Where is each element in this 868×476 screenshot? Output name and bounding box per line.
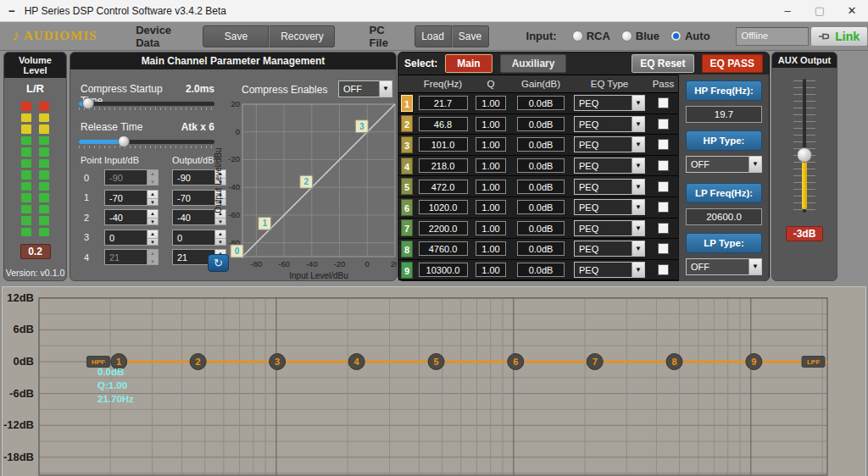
hp-freq-field[interactable]: 19.7 (686, 106, 762, 123)
band-number-badge[interactable]: 1 (401, 95, 413, 112)
release-time-slider[interactable] (79, 136, 214, 149)
pass-checkbox[interactable] (658, 223, 669, 234)
pc-save-button[interactable]: Save (452, 25, 489, 47)
spin-down-icon[interactable]: ▼ (147, 199, 158, 207)
pc-load-button[interactable]: Load (415, 25, 452, 47)
input-spinner[interactable]: 0▲▼ (104, 230, 159, 246)
band-marker-5[interactable]: 5 (428, 354, 444, 370)
spinner-buttons[interactable]: ▲▼ (147, 210, 158, 224)
gain-input[interactable]: 0.0dB (517, 117, 565, 131)
gain-input[interactable]: 0.0dB (517, 200, 565, 214)
freq-input[interactable]: 21.7 (419, 96, 468, 110)
curve-point-marker-0[interactable]: 0 (231, 245, 244, 258)
lp-type-dropdown[interactable]: OFF ▼ (686, 258, 762, 275)
chevron-down-icon[interactable]: ▼ (632, 96, 644, 110)
link-button[interactable]: Link (810, 26, 868, 47)
lp-freq-field[interactable]: 20600.0 (686, 208, 762, 225)
gain-input[interactable]: 0.0dB (517, 180, 565, 194)
spin-up-icon[interactable]: ▲ (147, 230, 158, 239)
connection-status-field[interactable]: Offline (736, 27, 810, 46)
eq-type-dropdown[interactable]: PEQ▼ (574, 116, 645, 132)
gain-input[interactable]: 0.0dB (517, 158, 565, 173)
eq-type-dropdown[interactable]: PEQ▼ (574, 199, 645, 215)
q-input[interactable]: 1.00 (476, 96, 506, 110)
eq-type-dropdown[interactable]: PEQ▼ (574, 220, 645, 236)
eq-type-dropdown[interactable]: PEQ▼ (574, 262, 645, 278)
maximize-button[interactable]: ▢ (804, 0, 836, 22)
fader-handle[interactable] (797, 147, 812, 163)
band-number-badge[interactable]: 9 (401, 262, 413, 279)
chevron-down-icon[interactable]: ▼ (632, 200, 644, 214)
chevron-down-icon[interactable]: ▼ (748, 157, 761, 172)
pass-checkbox[interactable] (658, 264, 669, 275)
gain-input[interactable]: 0.0dB (517, 137, 565, 152)
freq-input[interactable]: 218.0 (419, 158, 468, 173)
band-number-badge[interactable]: 3 (401, 136, 413, 153)
hp-type-button[interactable]: HP Type: (686, 130, 762, 151)
lp-type-button[interactable]: LP Type: (686, 233, 762, 253)
band-number-badge[interactable]: 7 (401, 219, 413, 236)
radio-rca[interactable] (572, 30, 583, 42)
chevron-down-icon[interactable]: ▼ (632, 241, 644, 256)
spinner-buttons[interactable]: ▲▼ (147, 191, 158, 205)
chevron-down-icon[interactable]: ▼ (632, 117, 644, 131)
freq-input[interactable]: 4760.0 (419, 241, 468, 256)
q-input[interactable]: 1.00 (476, 137, 506, 152)
radio-blue[interactable] (621, 30, 632, 42)
chevron-down-icon[interactable]: ▼ (632, 137, 644, 152)
q-input[interactable]: 1.00 (476, 241, 506, 256)
lpf-marker[interactable]: LPF (802, 357, 825, 368)
radio-auto[interactable] (670, 30, 682, 42)
band-marker-7[interactable]: 7 (587, 354, 603, 370)
curve-point-marker-3[interactable]: 3 (355, 120, 369, 134)
lp-freq-button[interactable]: LP Freq(Hz): (686, 183, 762, 203)
eq-pass-button[interactable]: EQ PASS (702, 54, 763, 73)
channel-auxiliary-button[interactable]: Auxiliary (500, 54, 567, 73)
freq-input[interactable]: 10300.0 (419, 263, 468, 277)
chevron-down-icon[interactable]: ▼ (632, 263, 644, 277)
input-spinner[interactable]: -40▲▼ (104, 209, 159, 225)
gain-input[interactable]: 0.0dB (517, 96, 565, 110)
freq-input[interactable]: 1020.0 (419, 200, 468, 214)
q-input[interactable]: 1.00 (476, 200, 506, 214)
band-marker-3[interactable]: 3 (270, 354, 286, 370)
band-number-badge[interactable]: 5 (401, 178, 413, 195)
slider-handle[interactable] (82, 97, 94, 109)
compress-enables-dropdown[interactable]: OFF ▼ (338, 80, 392, 97)
eq-type-dropdown[interactable]: PEQ▼ (574, 241, 645, 257)
device-recovery-button[interactable]: Recovery (269, 25, 335, 47)
band-marker-6[interactable]: 6 (508, 354, 524, 370)
chevron-down-icon[interactable]: ▼ (632, 180, 644, 194)
band-marker-2[interactable]: 2 (190, 354, 206, 370)
input-spinner[interactable]: -70▲▼ (104, 190, 159, 206)
freq-input[interactable]: 46.8 (419, 117, 468, 131)
curve-point-marker-2[interactable]: 2 (300, 175, 314, 189)
chevron-down-icon[interactable]: ▼ (632, 221, 644, 235)
q-input[interactable]: 1.00 (476, 158, 506, 173)
chevron-down-icon[interactable]: ▼ (379, 81, 392, 97)
eq-type-dropdown[interactable]: PEQ▼ (574, 158, 645, 174)
q-input[interactable]: 1.00 (476, 180, 506, 194)
spin-up-icon[interactable]: ▲ (147, 191, 158, 199)
band-number-badge[interactable]: 4 (401, 158, 413, 174)
channel-main-button[interactable]: Main (445, 54, 492, 73)
band-marker-8[interactable]: 8 (666, 354, 682, 370)
band-number-badge[interactable]: 2 (401, 115, 413, 132)
freq-input[interactable]: 101.0 (419, 137, 468, 152)
pass-checkbox[interactable] (658, 243, 669, 254)
pass-checkbox[interactable] (658, 119, 669, 130)
pass-checkbox[interactable] (658, 97, 669, 108)
eq-reset-button[interactable]: EQ Reset (632, 54, 693, 73)
pass-checkbox[interactable] (658, 181, 669, 192)
freq-input[interactable]: 2200.0 (419, 221, 468, 235)
eq-type-dropdown[interactable]: PEQ▼ (574, 136, 645, 152)
minimize-button[interactable]: – (771, 0, 804, 22)
band-number-badge[interactable]: 8 (401, 241, 413, 257)
chevron-down-icon[interactable]: ▼ (632, 158, 644, 173)
band-marker-9[interactable]: 9 (746, 354, 762, 370)
chevron-down-icon[interactable]: ▼ (748, 259, 761, 274)
gain-input[interactable]: 0.0dB (517, 221, 565, 235)
spin-down-icon[interactable]: ▼ (147, 239, 158, 246)
band-number-badge[interactable]: 6 (401, 199, 413, 216)
pass-checkbox[interactable] (658, 202, 669, 213)
